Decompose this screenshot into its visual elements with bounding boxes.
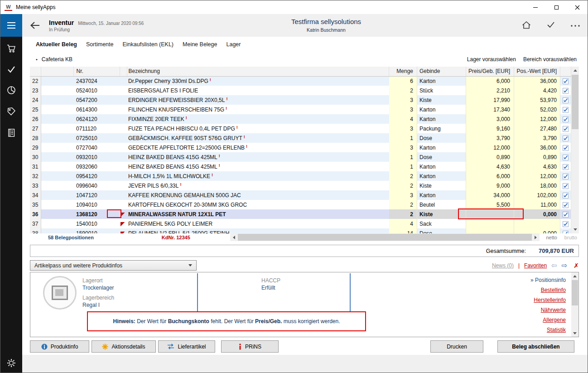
table-row[interactable]: 330996040JEVER PILS 6/0,33L!2Kiste9,0001… <box>30 181 571 190</box>
scroll-up-button[interactable] <box>571 272 578 280</box>
tab-aktueller-beleg[interactable]: Aktueller Beleg <box>36 41 77 48</box>
scroll-right-button[interactable] <box>532 233 540 241</box>
row-check[interactable] <box>560 76 571 86</box>
table-row[interactable]: 290727040GEDECKTE APFELTORTE 12=2500G ER… <box>30 143 571 152</box>
table-row[interactable]: 300932010HEINZ BAKED BEANS 415G 425ML!1D… <box>30 152 571 162</box>
tab-lager[interactable]: Lager <box>226 41 241 48</box>
panel-link-herstellerinfo[interactable]: Herstellerinfo <box>530 295 566 305</box>
close-panel-icon[interactable]: ✗ <box>574 262 579 269</box>
scroll-left-button[interactable] <box>230 233 238 241</box>
scroll-down-button[interactable] <box>571 226 579 233</box>
hscrollbar-thumb[interactable] <box>238 234 532 241</box>
scrollbar-thumb[interactable] <box>572 280 578 305</box>
bereich-vorauswaehlen-link[interactable]: Bereich vorauswählen <box>523 56 577 63</box>
row-check[interactable] <box>560 133 571 143</box>
table-row[interactable]: 222437024Dr.Pepper Cherry 330ml Ds.DPG!6… <box>30 76 571 86</box>
table-row[interactable]: 270711120FUZE TEA PEACH HIBISCU 0,4L PET… <box>30 124 571 133</box>
maximize-button[interactable] <box>546 0 567 14</box>
brutto-toggle[interactable]: brutto <box>564 235 577 240</box>
lager-vorauswaehlen-link[interactable]: Lager vorauswählen <box>467 56 516 63</box>
table-row[interactable]: 230524010EISBERGSALAT ES I FOLIE2Stück2,… <box>30 86 571 95</box>
close-button[interactable] <box>567 0 588 14</box>
row-check[interactable] <box>560 114 571 124</box>
row-check[interactable] <box>560 228 571 233</box>
table-row[interactable]: 381590010PFLAUMEN 1/2 FRU. 5/1 2500G STE… <box>30 228 571 233</box>
lagerort-value[interactable]: Trockenlager <box>82 284 114 291</box>
row-check[interactable] <box>560 124 571 133</box>
row-number: 23 <box>30 86 41 95</box>
table-row[interactable]: 320954120H-MILCH 1,5% 1L MILCHWOLKE!2Kar… <box>30 171 571 181</box>
drucken-button[interactable]: Drucken <box>430 340 483 353</box>
minimize-button[interactable] <box>525 0 546 14</box>
table-horizontal-scrollbar[interactable] <box>230 233 540 241</box>
favoriten-link[interactable]: Favoriten <box>524 262 547 269</box>
lagerbereich-value[interactable]: Regal I <box>82 301 114 309</box>
row-check[interactable] <box>560 181 571 190</box>
tab-meine-belege[interactable]: Meine Belege <box>183 41 217 48</box>
tab-einkaufslisten-ekl[interactable]: Einkaufslisten (EKL) <box>122 41 174 48</box>
lieferartikel-button[interactable]: Lieferartikel <box>158 340 215 353</box>
journal-icon[interactable] <box>7 128 15 137</box>
table-row[interactable]: 341047120KAFFEE KROENUNG GEMAHLEN 500G J… <box>30 190 571 200</box>
row-check[interactable] <box>560 105 571 114</box>
more-button[interactable] <box>570 22 580 29</box>
panel-vertical-scrollbar[interactable] <box>571 272 578 337</box>
table-vertical-scrollbar[interactable] <box>571 67 579 233</box>
product-image-placeholder[interactable] <box>43 276 77 310</box>
settings-button[interactable] <box>0 358 22 368</box>
col-preis[interactable]: Preis/Geb. [EUR] <box>466 67 514 76</box>
cart-icon[interactable] <box>7 44 16 53</box>
row-check[interactable] <box>560 219 571 228</box>
hamburger-menu-button[interactable] <box>0 14 22 37</box>
row-check[interactable] <box>560 143 571 152</box>
table-row[interactable]: 310932060HEINZ BAKED BEANS 415G 425ML!1K… <box>30 162 571 171</box>
check-icon[interactable] <box>7 65 16 73</box>
scroll-up-button[interactable] <box>571 67 579 74</box>
panel-link-allergene[interactable]: Allergene <box>530 315 566 325</box>
row-check[interactable] <box>560 171 571 181</box>
news-link[interactable]: News (0) <box>492 262 514 269</box>
tab-sortimente[interactable]: Sortimente <box>86 41 113 48</box>
home-button[interactable] <box>521 20 531 31</box>
row-check[interactable] <box>560 95 571 105</box>
scroll-down-button[interactable] <box>571 329 578 337</box>
row-check[interactable] <box>560 162 571 171</box>
table-row[interactable]: 361368120MINERALWASSER NATUR 12X1L PET2K… <box>30 209 571 219</box>
tag-icon[interactable] <box>7 107 16 116</box>
row-check[interactable] <box>560 190 571 200</box>
panel-link-statistik[interactable]: Statistik <box>530 325 566 335</box>
beleg-abschliessen-button[interactable]: Beleg abschließen <box>497 340 574 353</box>
col-wert[interactable]: Pos.-Wert [EUR] <box>514 67 560 76</box>
panel-link-nährwerte[interactable]: Nährwerte <box>530 305 566 315</box>
scrollbar-thumb[interactable] <box>572 75 578 129</box>
panel-link-bestellinfo[interactable]: Bestellinfo <box>530 285 566 295</box>
aktionsdetails-button[interactable]: Aktionsdetails <box>92 340 156 353</box>
back-button[interactable] <box>28 19 42 32</box>
info-category-dropdown[interactable]: Artikelpass und weitere Produktinfos <box>30 260 197 271</box>
row-check[interactable] <box>560 86 571 95</box>
row-check[interactable] <box>560 200 571 209</box>
col-nr[interactable]: Nr. <box>73 67 120 76</box>
table-row[interactable]: 351094010KARTOFFELN GEKOCHT 20-30MM 3KG … <box>30 200 571 209</box>
action-star-icon <box>102 344 108 350</box>
table-row[interactable]: 240547200ERDINGER HEFEWEISSBIER 20X0,5L!… <box>30 95 571 105</box>
pie-chart-icon[interactable] <box>7 86 16 95</box>
netto-toggle[interactable]: netto <box>546 235 557 240</box>
col-gebinde[interactable]: Gebinde <box>417 67 466 76</box>
row-check[interactable] <box>560 209 571 219</box>
panel-link-positionsinfo[interactable]: » Positionsinfo <box>530 275 566 285</box>
table-row[interactable]: 250614300FILINCHEN KNUSPERSCHEIBEN 75G!3… <box>30 105 571 114</box>
article-number: 0996040 <box>73 181 120 190</box>
produktinfo-button[interactable]: Produktinfo <box>30 340 89 353</box>
col-menge[interactable]: Menge <box>389 67 417 76</box>
nav-previous-icon[interactable]: ⇦ <box>551 262 557 270</box>
prins-button[interactable]: PRiNS <box>221 340 279 353</box>
confirm-button[interactable] <box>546 21 555 30</box>
col-check <box>560 67 571 76</box>
table-row[interactable]: 371540010PANIERMEHL 5KG POLY LEIMER4Sack <box>30 219 571 228</box>
nav-next-icon[interactable]: ⇨ <box>562 262 568 270</box>
table-row[interactable]: 280725010GEBÄCKMISCH. KAFFEE 90ST 576G G… <box>30 133 571 143</box>
table-row[interactable]: 260624120FIXMINZE 20ER TEEK!4Karton3,000… <box>30 114 571 124</box>
col-bezeichnung[interactable]: Bezeichnung <box>127 67 389 76</box>
row-check[interactable] <box>560 152 571 162</box>
